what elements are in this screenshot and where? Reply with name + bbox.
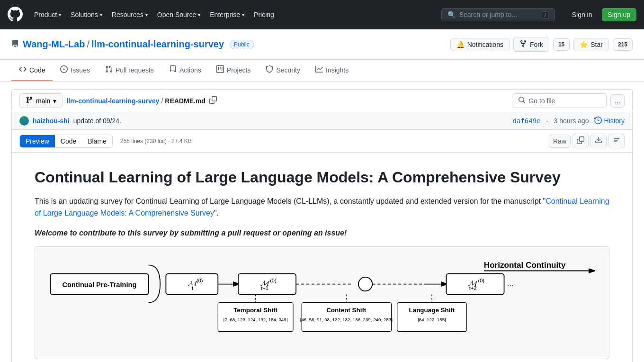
chevron-down-icon: ▾: [100, 12, 102, 18]
repo-actions: 🔔 Notifications Fork 15 ⭐ Star 215: [450, 37, 633, 52]
nav-product[interactable]: Product ▾: [30, 8, 65, 21]
commit-user[interactable]: haizhou-shi: [33, 117, 70, 125]
history-icon: [594, 117, 602, 126]
fork-button[interactable]: Fork: [513, 37, 549, 52]
notifications-button[interactable]: 🔔 Notifications: [450, 38, 510, 51]
commit-time-ago: 3 hours ago: [554, 117, 589, 125]
svg-text:(0): (0): [478, 278, 484, 283]
readme-title: Continual Learning of Large Language Mod…: [35, 168, 609, 188]
chevron-down-icon: ▾: [53, 97, 56, 105]
tab-issues[interactable]: Issues: [53, 60, 97, 81]
repo-tabs: Code Issues Pull requests Actions Projec…: [0, 60, 644, 81]
tab-security[interactable]: Security: [258, 60, 308, 81]
file-path-repo-link[interactable]: llm-continual-learning-survey: [66, 97, 159, 105]
nav-open-source[interactable]: Open Source ▾: [153, 8, 205, 21]
signup-button[interactable]: Sign up: [602, 8, 636, 21]
code-icon: [19, 65, 27, 74]
file-path-current: README.md: [165, 97, 206, 105]
github-logo[interactable]: [8, 7, 23, 23]
star-button[interactable]: ⭐ Star: [573, 38, 609, 51]
chevron-down-icon: ▾: [145, 12, 148, 18]
svg-text:(0): (0): [270, 278, 276, 283]
goto-file-button[interactable]: Go to file: [512, 93, 607, 108]
actions-icon: [169, 65, 177, 74]
search-box[interactable]: 🔍 Search or jump to... /: [441, 8, 555, 21]
nav-search: 🔍 Search or jump to... /: [441, 8, 555, 21]
download-button[interactable]: [590, 134, 607, 148]
nav-pricing[interactable]: Pricing: [250, 8, 278, 21]
blame-tab[interactable]: Blame: [82, 135, 112, 147]
copy-path-button[interactable]: [207, 94, 219, 107]
view-tabs: Preview Code Blame: [19, 135, 113, 148]
copy-button[interactable]: [572, 134, 589, 148]
svg-text:t: t: [192, 285, 193, 291]
breadcrumb: Wang-ML-Lab / llm-continual-learning-sur…: [11, 39, 254, 50]
file-path: llm-continual-learning-survey / README.m…: [66, 94, 219, 107]
file-container: main ▾ llm-continual-learning-survey / R…: [11, 89, 633, 362]
svg-text:Continual Pre-Training: Continual Pre-Training: [63, 281, 137, 289]
tab-insights[interactable]: Insights: [308, 60, 356, 81]
readme-content: Continual Learning of Large Language Mod…: [12, 153, 632, 362]
nav-links: Product ▾ Solutions ▾ Resources ▾ Open S…: [30, 8, 278, 21]
search-shortcut: /: [542, 11, 549, 19]
tab-pull-requests[interactable]: Pull requests: [98, 60, 161, 81]
svg-text:Horizontal Continuity: Horizontal Continuity: [484, 261, 566, 270]
preview-tab[interactable]: Preview: [20, 135, 55, 147]
tab-actions[interactable]: Actions: [161, 60, 209, 81]
commit-hash[interactable]: daf649e: [513, 117, 541, 125]
nav-solutions[interactable]: Solutions ▾: [67, 8, 106, 21]
svg-text:Language Shift: Language Shift: [409, 307, 455, 314]
pr-icon: [105, 65, 113, 74]
commit-time: ·: [546, 117, 548, 125]
more-options-button[interactable]: ...: [610, 94, 625, 108]
svg-point-14: [358, 277, 372, 291]
readme-para2: Welcome to contribute to this survey by …: [35, 227, 609, 239]
svg-text:...: ...: [507, 280, 514, 289]
repo-type-icon: [11, 40, 19, 49]
tab-code[interactable]: Code: [11, 60, 53, 81]
history-button[interactable]: History: [594, 117, 625, 126]
outline-button[interactable]: [608, 134, 625, 148]
branch-icon: [26, 96, 33, 105]
bell-icon: 🔔: [456, 41, 465, 48]
commit-info: haizhou-shi update of 09/24. daf649e · 3…: [12, 112, 632, 130]
file-action-buttons: Raw: [549, 134, 625, 148]
svg-text:[7, 68, 123, 124, 132, 184, 34: [7, 68, 123, 124, 132, 184, 349]: [224, 317, 288, 322]
file-view-header: main ▾ llm-continual-learning-survey / R…: [12, 90, 632, 112]
code-tab[interactable]: Code: [55, 135, 82, 147]
search-icon: 🔍: [447, 11, 456, 18]
signin-button[interactable]: Sign in: [566, 9, 598, 21]
svg-text:Temporal Shift: Temporal Shift: [233, 307, 277, 314]
nav-resources[interactable]: Resources ▾: [108, 8, 152, 21]
fork-count[interactable]: 15: [553, 38, 570, 51]
nav-actions: Sign in Sign up: [566, 8, 636, 21]
nav-bar: Product ▾ Solutions ▾ Resources ▾ Open S…: [0, 0, 644, 29]
svg-text:[46, 56, 91, 93, 122, 132, 136: [46, 56, 91, 93, 122, 132, 136, 239, 240…: [300, 317, 393, 322]
avatar: [19, 116, 29, 126]
tab-projects[interactable]: Projects: [209, 60, 259, 81]
svg-text:Content Shift: Content Shift: [326, 307, 367, 314]
shield-icon: [266, 65, 273, 74]
file-path-separator: /: [161, 97, 163, 105]
chevron-down-icon: ▾: [242, 12, 244, 18]
nav-enterprise[interactable]: Enterprise ▾: [206, 8, 248, 21]
readme-para1: This is an updating survey for Continual…: [35, 195, 609, 219]
readme-diagram: Horizontal Continuity Continual Pre-Trai…: [35, 246, 609, 359]
star-count[interactable]: 215: [613, 38, 633, 51]
branch-selector[interactable]: main ▾: [19, 93, 63, 108]
repo-owner[interactable]: Wang-ML-Lab: [23, 39, 85, 50]
goto-file-label: Go to file: [528, 97, 555, 105]
repo-header: Wang-ML-Lab / llm-continual-learning-sur…: [0, 29, 644, 60]
svg-text:[84, 122, 155]: [84, 122, 155]: [418, 317, 446, 322]
star-icon: ⭐: [580, 41, 588, 48]
repo-name[interactable]: llm-continual-learning-survey: [91, 39, 224, 50]
commit-message: update of 09/24.: [73, 117, 121, 125]
fork-icon: [519, 40, 527, 49]
svg-text:t+1: t+1: [261, 285, 268, 291]
raw-button[interactable]: Raw: [549, 135, 571, 148]
repo-visibility-badge: Public: [230, 40, 254, 49]
search-placeholder: Search or jump to...: [459, 11, 517, 18]
graph-icon: [315, 65, 323, 74]
chevron-down-icon: ▾: [59, 12, 61, 18]
file-meta: 255 lines (230 loc) · 27.4 KB: [120, 138, 192, 145]
